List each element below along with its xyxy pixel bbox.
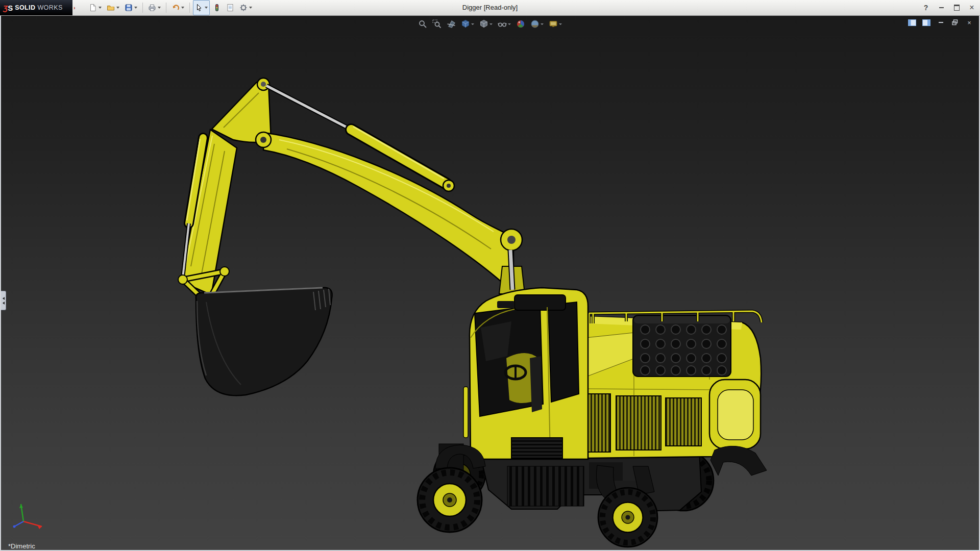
digger-model[interactable] <box>1 15 979 550</box>
apply-scene-button[interactable] <box>529 18 545 30</box>
new-document-button[interactable] <box>87 0 104 15</box>
collapse-arrow-icon <box>3 297 5 300</box>
maximize-button[interactable] <box>952 4 961 12</box>
minimize-button[interactable] <box>937 4 945 12</box>
undo-button[interactable] <box>169 0 186 15</box>
view-settings-icon <box>549 19 558 29</box>
child-close-icon: × <box>967 19 971 27</box>
save-button[interactable] <box>122 0 139 15</box>
pane-toggle-left-button[interactable] <box>908 18 917 27</box>
zoom-to-area-button[interactable] <box>431 18 443 30</box>
feature-pane-collapse-tab[interactable] <box>1 291 6 310</box>
dropdown-caret-icon[interactable] <box>559 23 562 25</box>
options-gear-icon <box>239 4 248 12</box>
zoom-to-area-icon <box>432 19 442 29</box>
dropdown-caret-icon[interactable] <box>489 23 493 25</box>
select-button[interactable] <box>193 0 210 15</box>
apply-scene-icon <box>530 19 540 29</box>
dropdown-caret-icon[interactable] <box>181 7 184 9</box>
hide-show-items-button[interactable] <box>497 18 512 30</box>
dropdown-caret-icon[interactable] <box>508 23 511 25</box>
child-close-button[interactable]: × <box>965 18 974 27</box>
dropdown-caret-icon[interactable] <box>134 7 137 9</box>
toolbar-separator <box>189 3 190 13</box>
pane-toggle-right-button[interactable] <box>922 18 931 27</box>
print-button[interactable] <box>146 0 163 15</box>
toolbar-separator <box>166 3 166 13</box>
child-minimize-button[interactable] <box>936 18 945 27</box>
section-view-icon <box>447 19 456 29</box>
zoom-to-fit-icon <box>418 19 427 29</box>
document-window-controls: × <box>908 18 974 27</box>
toolbar-separator <box>142 3 143 13</box>
file-properties-button[interactable] <box>224 0 236 15</box>
display-style-button[interactable] <box>478 18 494 30</box>
dropdown-caret-icon[interactable] <box>205 7 208 9</box>
child-restore-icon <box>952 19 958 26</box>
new-document-icon <box>89 4 97 12</box>
hide-show-glasses-icon <box>498 19 507 29</box>
close-button[interactable]: × <box>968 4 976 12</box>
menu-expand-chevron-icon[interactable]: › <box>74 5 80 11</box>
brand-name-bold: SOLID <box>15 4 35 11</box>
dropdown-caret-icon[interactable] <box>116 7 119 9</box>
solidworks-logo: ƷS SOLIDWORKS <box>0 0 72 15</box>
edit-appearance-button[interactable] <box>515 18 526 30</box>
dropdown-caret-icon[interactable] <box>541 23 544 25</box>
rebuild-traffic-light-icon <box>213 4 221 12</box>
view-orientation-cube-icon <box>461 19 470 29</box>
file-properties-icon <box>226 4 234 12</box>
rebuild-button[interactable] <box>211 0 223 15</box>
save-floppy-icon <box>125 4 133 12</box>
open-button[interactable] <box>105 0 121 15</box>
display-style-cube-icon <box>479 19 488 29</box>
reference-triad[interactable] <box>8 501 54 537</box>
options-button[interactable] <box>237 0 254 15</box>
view-orientation-label: *Dimetric <box>8 542 35 550</box>
view-orientation-button[interactable] <box>460 18 475 30</box>
dropdown-caret-icon[interactable] <box>99 7 102 9</box>
child-minimize-icon <box>939 22 943 23</box>
dropdown-caret-icon[interactable] <box>471 23 474 25</box>
zoom-to-fit-button[interactable] <box>417 18 428 30</box>
child-restore-button[interactable] <box>950 18 960 27</box>
section-view-button[interactable] <box>446 18 457 30</box>
brand-name-light: WORKS <box>37 4 62 11</box>
dropdown-caret-icon[interactable] <box>158 7 161 9</box>
view-settings-button[interactable] <box>548 18 563 30</box>
triad-x-axis <box>23 521 42 527</box>
edit-appearance-sphere-icon <box>516 19 525 29</box>
dropdown-caret-icon[interactable] <box>249 7 252 9</box>
print-icon <box>148 4 156 12</box>
help-button[interactable]: ? <box>922 4 930 12</box>
pane-right-icon <box>922 19 930 26</box>
title-bar: ƷS SOLIDWORKS › <box>0 0 980 16</box>
heads-up-view-toolbar <box>417 18 563 30</box>
pane-left-icon <box>908 19 916 26</box>
graphics-viewport[interactable]: × <box>1 15 979 550</box>
maximize-icon <box>954 5 960 11</box>
triad-z-axis <box>14 521 23 527</box>
collapse-arrow-icon <box>3 302 5 305</box>
main-toolbar <box>87 0 254 15</box>
minimize-icon <box>939 7 944 8</box>
open-folder-icon <box>107 4 115 12</box>
undo-arrow-icon <box>172 4 180 12</box>
select-cursor-icon <box>195 4 203 12</box>
dassault-3ds-icon: ƷS <box>3 4 13 12</box>
